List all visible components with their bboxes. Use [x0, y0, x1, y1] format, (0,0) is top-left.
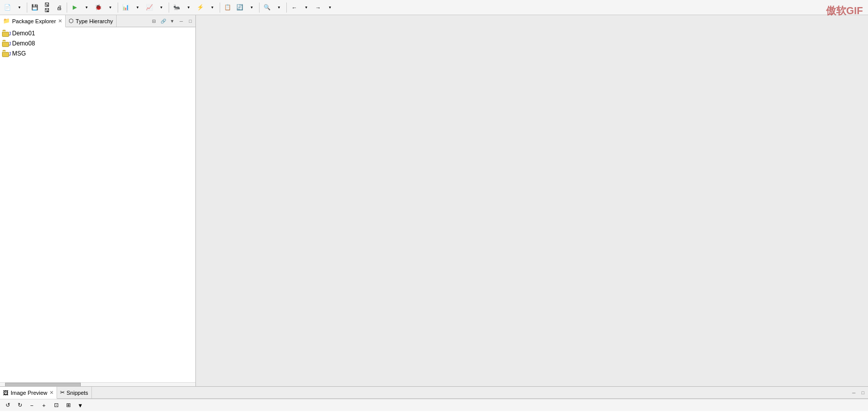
tab-package-explorer-close[interactable]: ✕ — [58, 19, 62, 24]
tab-image-preview-close[interactable]: ✕ — [49, 390, 54, 395]
sep7 — [286, 3, 287, 13]
forward-button[interactable]: → — [313, 2, 324, 13]
tree-item-demo08-label: Demo08 — [12, 40, 35, 47]
left-tab-bar: 📁 Package Explorer ✕ ⬡ Type Hierarchy ⊟ … — [0, 15, 195, 27]
watermark: 傲软GIF — [826, 4, 863, 18]
tree-item-msg[interactable]: J MSG — [0, 48, 195, 59]
sep4 — [169, 3, 169, 13]
actual-size-button[interactable]: ⊞ — [63, 400, 74, 411]
print-button[interactable]: 🖨 — [54, 2, 65, 13]
demo01-icon: J — [2, 29, 10, 37]
minimize-button[interactable]: ─ — [177, 17, 185, 25]
msg-icon: J — [2, 49, 10, 58]
rotate-left-icon: ↺ — [4, 402, 11, 409]
bottom-tab-bar: 🖼 Image Preview ✕ ✂ Snippets ─ □ — [0, 387, 868, 399]
image-preview-icon: 🖼 — [3, 390, 9, 396]
sep1 — [27, 3, 27, 13]
debug-button-group: 🐞 ▼ — [93, 2, 116, 13]
run-button-group: ▶ ▼ — [69, 2, 92, 13]
rotate-right-icon: ↻ — [16, 402, 23, 409]
main-toolbar: 📄 ▼ 💾 🖫🖫 🖨 ▶ ▼ 🐞 ▼ 📊 ▼ — [0, 0, 868, 15]
tab-package-explorer[interactable]: 📁 Package Explorer ✕ — [0, 15, 66, 27]
bottom-toolbar: ↺ ↻ − + ⊡ ⊞ ▼ — [0, 399, 868, 411]
sep3 — [118, 3, 118, 13]
tab-type-hierarchy-label: Type Hierarchy — [76, 18, 113, 24]
ant-dropdown[interactable]: ▼ — [183, 2, 194, 13]
profile-button[interactable]: 📊 — [120, 2, 131, 13]
view-menu-button[interactable]: ▼ — [168, 17, 176, 25]
tab-package-explorer-label: Package Explorer — [12, 18, 56, 24]
tree-item-demo01-label: Demo01 — [12, 30, 35, 37]
link-editor-button[interactable]: 🔗 — [159, 17, 167, 25]
rotate-right-button[interactable]: ↻ — [14, 400, 25, 411]
sep5 — [220, 3, 220, 13]
new-dropdown-arrow[interactable]: ▼ — [14, 2, 25, 13]
bottom-section: 🖼 Image Preview ✕ ✂ Snippets ─ □ ↺ ↻ − — [0, 386, 868, 414]
zoom-out-icon: − — [28, 402, 35, 409]
main-layout: 📁 Package Explorer ✕ ⬡ Type Hierarchy ⊟ … — [0, 15, 868, 414]
profile-dropdown[interactable]: ▼ — [132, 2, 143, 13]
type-hierarchy-icon: ⬡ — [69, 18, 74, 24]
run-button[interactable]: ▶ — [69, 2, 80, 13]
rotate-left-button[interactable]: ↺ — [2, 400, 13, 411]
fit-page-button[interactable]: ⊡ — [50, 400, 62, 411]
back-button[interactable]: ← — [289, 2, 300, 13]
open-task-button[interactable]: 📋 — [222, 2, 233, 13]
maximize-button[interactable]: □ — [186, 17, 194, 25]
more-options-button[interactable]: ▼ — [75, 400, 86, 411]
bottom-minimize-button[interactable]: ─ — [850, 389, 858, 397]
demo08-icon: J — [2, 39, 10, 47]
save-all-button[interactable]: 🖫🖫 — [41, 2, 53, 13]
tree-hscroll-track[interactable] — [0, 383, 195, 387]
zoom-out-button[interactable]: − — [26, 400, 37, 411]
coverage-button[interactable]: 📈 — [144, 2, 155, 13]
debug-button[interactable]: 🐞 — [93, 2, 104, 13]
forward-dropdown[interactable]: ▼ — [324, 2, 335, 13]
search-dropdown[interactable]: ▼ — [273, 2, 284, 13]
new-button-group: 📄 ▼ — [2, 2, 25, 13]
profile-button-group: 📊 ▼ — [120, 2, 143, 13]
top-section: 📁 Package Explorer ✕ ⬡ Type Hierarchy ⊟ … — [0, 15, 868, 386]
sep2 — [67, 3, 67, 13]
new-button[interactable]: 📄 — [2, 2, 13, 13]
tab-type-hierarchy[interactable]: ⬡ Type Hierarchy — [66, 15, 117, 27]
task-button-group: ⚡ ▼ — [195, 2, 218, 13]
coverage-button-group: 📈 ▼ — [144, 2, 167, 13]
repo-button[interactable]: 🔄 — [234, 2, 245, 13]
ant-button[interactable]: 🐜 — [171, 2, 182, 13]
task-button[interactable]: ⚡ — [195, 2, 206, 13]
package-explorer-icon: 📁 — [3, 18, 10, 24]
tree-hscroll-thumb[interactable] — [5, 383, 81, 387]
bottom-maximize-button[interactable]: □ — [859, 389, 867, 397]
task-dropdown[interactable]: ▼ — [207, 2, 218, 13]
zoom-in-button[interactable]: + — [38, 400, 49, 411]
zoom-in-icon: + — [40, 402, 47, 409]
tree-item-demo08[interactable]: J Demo08 — [0, 38, 195, 48]
tree-horizontal-scrollbar[interactable] — [0, 382, 195, 386]
ant-button-group: 🐜 ▼ — [171, 2, 194, 13]
left-panel-tab-controls: ⊟ 🔗 ▼ ─ □ — [150, 15, 195, 27]
fit-page-icon: ⊡ — [53, 402, 60, 409]
tab-image-preview[interactable]: 🖼 Image Preview ✕ — [0, 387, 57, 399]
run-dropdown[interactable]: ▼ — [81, 2, 92, 13]
left-panel: 📁 Package Explorer ✕ ⬡ Type Hierarchy ⊟ … — [0, 15, 196, 386]
tree-item-demo01[interactable]: J Demo01 — [0, 28, 195, 38]
tab-snippets[interactable]: ✂ Snippets — [57, 387, 92, 398]
search-button-group: 🔍 ▼ — [262, 2, 284, 13]
back-dropdown[interactable]: ▼ — [300, 2, 312, 13]
tab-image-preview-label: Image Preview — [11, 390, 47, 396]
actual-size-icon: ⊞ — [65, 402, 72, 409]
search-button[interactable]: 🔍 — [262, 2, 273, 13]
editor-area — [196, 15, 868, 386]
back-button-group: ← ▼ — [289, 2, 312, 13]
coverage-dropdown[interactable]: ▼ — [156, 2, 167, 13]
sep6 — [259, 3, 260, 13]
tab-snippets-label: Snippets — [67, 390, 88, 396]
package-explorer-tree[interactable]: J Demo01 J Demo08 — [0, 27, 195, 382]
more-options-icon: ▼ — [77, 402, 84, 409]
save-button[interactable]: 💾 — [29, 2, 40, 13]
collapse-all-button[interactable]: ⊟ — [150, 17, 158, 25]
repo-dropdown[interactable]: ▼ — [246, 2, 257, 13]
repo-button-group: 🔄 ▼ — [234, 2, 257, 13]
debug-dropdown[interactable]: ▼ — [105, 2, 116, 13]
